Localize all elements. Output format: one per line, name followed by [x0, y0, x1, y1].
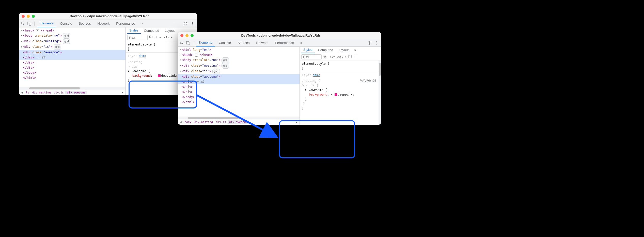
tab-console[interactable]: Console — [216, 39, 233, 46]
dom-node-nesting[interactable]: ▾<div class="nesting">grid — [19, 39, 125, 44]
dom-node-is-close[interactable]: </div> — [19, 60, 125, 65]
dom-node-awesome-close[interactable]: </div> == $0 — [178, 79, 300, 84]
selector-awesome[interactable]: > .awesome { — [302, 88, 376, 92]
zoom-window-icon[interactable] — [32, 15, 35, 18]
subtab-computed[interactable]: Computed — [315, 47, 336, 53]
styles-body[interactable]: element.style { } Layer demo RwYLRdr:36 … — [300, 60, 379, 125]
grid-badge[interactable]: grid — [63, 33, 71, 39]
dom-node-body-close[interactable]: </body> — [19, 70, 125, 75]
device-toggle-icon[interactable] — [186, 41, 191, 45]
filter-input[interactable] — [301, 54, 322, 59]
hov-toggle[interactable]: :hov — [328, 55, 335, 58]
tab-elements[interactable]: Elements — [196, 39, 215, 46]
breadcrumb-awesome[interactable]: div.awesome — [228, 120, 249, 124]
element-style-open[interactable]: element.style { — [302, 61, 376, 66]
subtab-layout[interactable]: Layout — [336, 47, 351, 53]
tab-performance[interactable]: Performance — [114, 20, 137, 27]
breadcrumb-is[interactable]: div.is — [214, 120, 228, 124]
tab-network[interactable]: Network — [95, 20, 112, 27]
expand-icon[interactable]: ▸ — [331, 93, 333, 96]
layer-link[interactable]: demo — [313, 73, 320, 77]
style-decl-background[interactable]: background: ▸ deeppink; — [302, 92, 376, 97]
dom-node-html-close[interactable]: </html> — [19, 75, 125, 80]
dom-node-head[interactable]: ▸<head> ⋯ </head> — [178, 52, 300, 57]
subtab-styles[interactable]: Styles — [301, 47, 315, 53]
dom-node-nesting-close[interactable]: </div> — [178, 89, 300, 94]
breadcrumb-nesting[interactable]: div.nesting — [193, 120, 214, 124]
tab-console[interactable]: Console — [57, 20, 75, 27]
dom-node-body[interactable]: ▾<body translate="no">grid — [19, 33, 125, 39]
color-swatch-icon[interactable] — [335, 93, 337, 96]
grid-badge[interactable]: grid — [222, 63, 229, 69]
kebab-menu-icon[interactable] — [374, 41, 379, 45]
subtab-styles[interactable]: Styles — [127, 27, 141, 34]
grid-badge[interactable]: grid — [54, 44, 61, 50]
titlebar[interactable]: DevTools - cdpn.io/web-dot-dev/fullpage/… — [19, 13, 197, 20]
tab-more[interactable]: » — [298, 39, 305, 46]
panel-layout-icon[interactable] — [354, 55, 357, 59]
expand-icon[interactable]: ▸ — [154, 74, 156, 77]
computed-sidebar-icon[interactable] — [348, 55, 352, 59]
kebab-menu-icon[interactable] — [190, 21, 195, 26]
filter-input[interactable] — [127, 35, 148, 40]
dom-node-body-close[interactable]: </body> — [178, 94, 300, 100]
dom-node-nesting-close[interactable]: </div> — [19, 65, 125, 70]
new-style-rule-icon[interactable]: + — [345, 55, 347, 58]
cls-toggle[interactable]: .cls — [337, 55, 343, 58]
color-swatch-icon[interactable] — [158, 74, 161, 77]
layer-link[interactable]: demo — [139, 54, 146, 58]
inspect-icon[interactable] — [21, 21, 26, 26]
zoom-window-icon[interactable] — [191, 34, 194, 37]
dom-tree[interactable]: ▾<html lang="en"> ▸<head> ⋯ </head> ▾<bo… — [178, 47, 300, 117]
vertical-scrollbar[interactable] — [379, 60, 381, 125]
dom-node-html-close[interactable]: </html> — [178, 100, 300, 105]
breadcrumb-nesting[interactable]: div.nesting — [31, 91, 52, 94]
breadcrumb-body[interactable]: body — [183, 120, 193, 124]
dom-node-awesome-open[interactable]: <div class="awesome"> — [178, 74, 300, 79]
subtab-computed[interactable]: Computed — [141, 27, 162, 34]
dom-node-awesome-open[interactable]: <div class="awesome"> — [19, 50, 125, 55]
device-toggle-icon[interactable] — [27, 21, 32, 26]
breadcrumb-body-cut[interactable]: ly — [24, 91, 31, 94]
selector-nesting[interactable]: .nesting { — [302, 79, 320, 83]
subtab-more[interactable]: » — [352, 47, 358, 53]
source-link[interactable]: RwYLRdr:36 — [360, 78, 376, 83]
close-window-icon[interactable] — [180, 34, 183, 37]
dom-node-is[interactable]: ▾<div class="is">grid — [19, 44, 125, 50]
layers-icon[interactable] — [149, 35, 153, 40]
inspect-icon[interactable] — [180, 41, 184, 45]
ellipsis-icon[interactable]: ⋯ — [195, 54, 198, 57]
tab-sources[interactable]: Sources — [76, 20, 93, 27]
minimize-window-icon[interactable] — [185, 34, 189, 37]
dom-node-head[interactable]: ▸<head> ⋯ </head> — [19, 28, 125, 33]
subtab-layout[interactable]: Layout — [162, 27, 177, 34]
breadcrumb-next-icon[interactable]: ▶ — [120, 91, 125, 94]
tab-performance[interactable]: Performance — [272, 39, 296, 46]
dom-node-nesting[interactable]: ▾<div class="nesting">grid — [178, 63, 300, 69]
breadcrumb-next-icon[interactable]: ▶ — [294, 120, 299, 124]
close-window-icon[interactable] — [22, 15, 25, 18]
grid-badge[interactable]: grid — [212, 69, 220, 74]
minimize-window-icon[interactable] — [27, 15, 30, 18]
tab-sources[interactable]: Sources — [235, 39, 252, 46]
dom-node-awesome-close[interactable]: </div> == $0 — [19, 55, 125, 60]
layers-icon[interactable] — [323, 55, 327, 59]
grid-badge[interactable]: grid — [222, 57, 229, 63]
ellipsis-icon[interactable]: ⋯ — [36, 29, 39, 32]
new-style-rule-icon[interactable]: + — [171, 36, 172, 39]
gear-icon[interactable] — [183, 21, 188, 26]
tab-more[interactable]: » — [139, 20, 146, 27]
dom-node-body[interactable]: ▾<body translate="no">grid — [178, 57, 300, 63]
horizontal-scrollbar[interactable] — [178, 117, 300, 119]
dom-node-is-close[interactable]: </div> — [178, 84, 300, 89]
dom-node-html[interactable]: ▾<html lang="en"> — [178, 47, 300, 52]
horizontal-scrollbar[interactable] — [19, 87, 125, 90]
breadcrumb-is[interactable]: div.is — [52, 91, 66, 94]
selector-amp-is[interactable]: & > .is { — [302, 83, 376, 88]
breadcrumb-prev-icon[interactable]: ◀ — [20, 91, 24, 94]
scrollbar-thumb[interactable] — [29, 87, 80, 89]
dom-tree[interactable]: ▸<head> ⋯ </head> ▾<body translate="no">… — [19, 27, 125, 87]
breadcrumb-prev-icon[interactable]: ◀ — [178, 120, 183, 124]
scrollbar-thumb[interactable] — [379, 63, 381, 76]
scrollbar-thumb[interactable] — [188, 117, 239, 119]
